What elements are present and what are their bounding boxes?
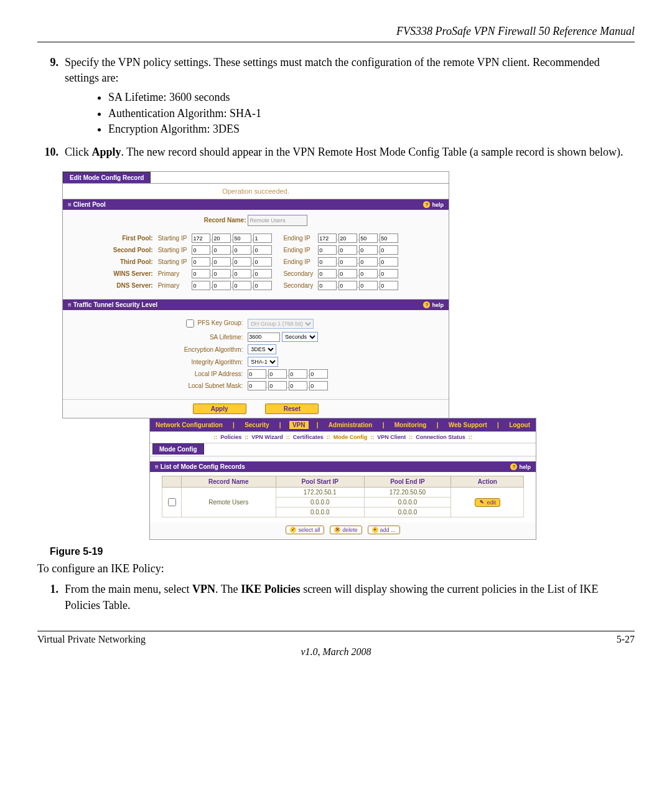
- ip-octet-input[interactable]: [212, 245, 231, 255]
- step-9-bullet: Authentication Algorithm: SHA-1: [108, 106, 635, 121]
- nav-monitoring[interactable]: Monitoring: [393, 422, 429, 428]
- ip-octet-input[interactable]: [318, 269, 337, 278]
- panel1-tab[interactable]: Edit Mode Config Record: [63, 172, 151, 183]
- ip-octet-input[interactable]: [338, 269, 357, 278]
- local-mask-octet[interactable]: [268, 381, 287, 390]
- record-name-input[interactable]: [248, 215, 307, 226]
- sa-lifetime-input[interactable]: [248, 333, 280, 342]
- encryption-select[interactable]: 3DES: [248, 344, 276, 354]
- mode-config-list-panel: Network Configuration|Security|VPN|Admin…: [149, 418, 536, 540]
- ip-octet-input[interactable]: [359, 257, 378, 267]
- ip-octet-input[interactable]: [318, 281, 337, 290]
- ip-octet-input[interactable]: [318, 245, 337, 255]
- subnav-policies[interactable]: Policies: [218, 434, 243, 440]
- pfs-group-select: DH Group 1 (768 bit): [248, 319, 314, 329]
- ip-octet-input[interactable]: [192, 281, 210, 290]
- ip-octet-input[interactable]: [338, 281, 357, 290]
- ip-octet-input[interactable]: [380, 269, 398, 278]
- nav-security[interactable]: Security: [243, 422, 271, 428]
- local-ip-label: Local IP Address:: [181, 369, 246, 379]
- add-button[interactable]: +add ...: [368, 526, 400, 534]
- ip-octet-input[interactable]: [212, 281, 231, 290]
- ip-octet-input[interactable]: [359, 269, 378, 278]
- nav-vpn[interactable]: VPN: [289, 421, 309, 429]
- ip-octet-input[interactable]: [233, 257, 251, 267]
- integrity-label: Integrity Algorithm:: [181, 357, 246, 367]
- ip-octet-input[interactable]: [233, 245, 251, 255]
- step-10-post: . The new record should appear in the VP…: [121, 146, 623, 158]
- subnav-connection-status[interactable]: Connection Status: [414, 434, 467, 440]
- edit-button[interactable]: ✎edit: [475, 498, 501, 507]
- step-10-pre: Click: [65, 146, 92, 158]
- ip-octet-input[interactable]: [233, 269, 251, 278]
- nav-network-configuration[interactable]: Network Configuration: [154, 422, 225, 428]
- footer-left: Virtual Private Networking: [37, 634, 146, 645]
- ip-octet-input[interactable]: [380, 281, 398, 290]
- row-checkbox[interactable]: [168, 498, 176, 506]
- nav-logout[interactable]: Logout: [507, 422, 532, 428]
- ip-octet-input[interactable]: [380, 245, 398, 255]
- ip-octet-input[interactable]: [212, 234, 231, 243]
- help-link[interactable]: ?help: [423, 201, 444, 208]
- local-ip-octet[interactable]: [268, 369, 287, 379]
- local-mask-label: Local Subnet Mask:: [181, 381, 246, 390]
- step-10-num: 10.: [37, 144, 58, 160]
- local-ip-octet[interactable]: [248, 369, 266, 379]
- ip-octet-input[interactable]: [253, 245, 272, 255]
- mode-config-tab[interactable]: Mode Config: [152, 443, 204, 455]
- ip-octet-input[interactable]: [338, 245, 357, 255]
- help-link[interactable]: ?help: [510, 463, 531, 470]
- local-mask-octet[interactable]: [248, 381, 266, 390]
- table-row: Remote Users 172.20.50.1 172.20.50.50 ✎e…: [162, 488, 524, 498]
- ip-octet-input[interactable]: [192, 257, 210, 267]
- ip-octet-input[interactable]: [192, 234, 210, 243]
- ip-octet-input[interactable]: [212, 257, 231, 267]
- section-traffic-tunnel: ≡ Traffic Tunnel Security Level: [68, 301, 157, 308]
- page-header: FVS338 ProSafe VPN Firewall 50 Reference…: [37, 25, 635, 42]
- ip-octet-input[interactable]: [253, 281, 272, 290]
- operation-success-msg: Operation succeeded.: [63, 184, 449, 199]
- local-mask-octet[interactable]: [309, 381, 328, 390]
- ip-octet-input[interactable]: [233, 281, 251, 290]
- ip-octet-input[interactable]: [192, 269, 210, 278]
- subnav-mode-config[interactable]: Mode Config: [332, 434, 370, 440]
- local-mask-octet[interactable]: [289, 381, 307, 390]
- ip-octet-input[interactable]: [318, 257, 337, 267]
- pfs-checkbox[interactable]: [186, 319, 194, 328]
- subnav-vpn-client[interactable]: VPN Client: [375, 434, 408, 440]
- ip-octet-input[interactable]: [380, 257, 398, 267]
- record-name-label: Record Name:: [204, 217, 246, 224]
- ip-octet-input[interactable]: [359, 281, 378, 290]
- footer-right: 5-27: [617, 634, 635, 645]
- nav-administration[interactable]: Administration: [327, 422, 375, 428]
- reset-button[interactable]: Reset: [265, 404, 319, 414]
- integrity-select[interactable]: SHA-1: [248, 357, 278, 367]
- help-icon: ?: [423, 201, 430, 208]
- ip-octet-input[interactable]: [253, 234, 272, 243]
- ip-octet-input[interactable]: [233, 234, 251, 243]
- ip-octet-input[interactable]: [338, 234, 357, 243]
- select-all-button[interactable]: ✓select all: [286, 526, 324, 534]
- ip-octet-input[interactable]: [192, 245, 210, 255]
- footer-version: v1.0, March 2008: [37, 646, 635, 658]
- encryption-label: Encryption Algorithm:: [181, 344, 246, 354]
- ip-octet-input[interactable]: [338, 257, 357, 267]
- ip-octet-input[interactable]: [318, 234, 337, 243]
- apply-button[interactable]: Apply: [193, 404, 246, 414]
- ip-octet-input[interactable]: [359, 245, 378, 255]
- help-link[interactable]: ?help: [423, 301, 444, 308]
- subnav-vpn-wizard[interactable]: VPN Wizard: [250, 434, 284, 440]
- local-ip-octet[interactable]: [289, 369, 307, 379]
- local-ip-octet[interactable]: [309, 369, 328, 379]
- ip-octet-input[interactable]: [212, 269, 231, 278]
- ip-octet-input[interactable]: [380, 234, 398, 243]
- nav-web-support[interactable]: Web Support: [447, 422, 489, 428]
- sa-unit-select[interactable]: Seconds: [282, 332, 318, 342]
- ip-octet-input[interactable]: [359, 234, 378, 243]
- pool-row-label: Second Pool:: [111, 245, 156, 255]
- step-9-num: 9.: [37, 55, 58, 141]
- ip-octet-input[interactable]: [253, 269, 272, 278]
- ip-octet-input[interactable]: [253, 257, 272, 267]
- delete-button[interactable]: ✕delete: [330, 526, 362, 534]
- subnav-certificates[interactable]: Certificates: [291, 434, 325, 440]
